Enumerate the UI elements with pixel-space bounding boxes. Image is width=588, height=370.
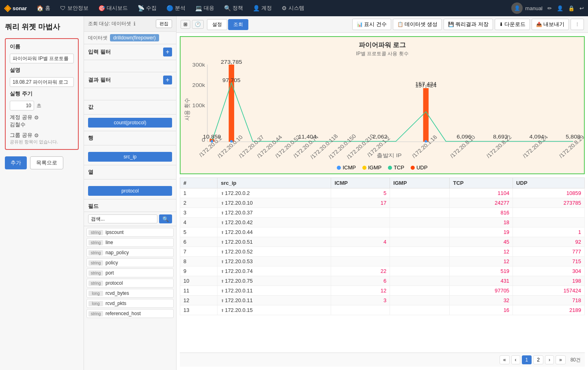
- input-filter-add-button[interactable]: +: [163, 48, 172, 56]
- list-item[interactable]: stringnap_policy: [86, 248, 174, 257]
- nav-system[interactable]: ⚙ 시스템: [278, 3, 308, 13]
- nav-home[interactable]: 🏠 홈: [32, 3, 54, 13]
- cell-ip: ⬆172.20.0.15: [218, 305, 331, 315]
- view-tab[interactable]: 조회: [228, 19, 248, 30]
- table-row[interactable]: 13 ⬆172.20.0.15 16 2189: [180, 305, 585, 315]
- desc-input[interactable]: [10, 77, 74, 87]
- nav-analyze-label: 분석: [175, 4, 185, 12]
- nav-account[interactable]: 👤 계정: [249, 3, 276, 13]
- list-item[interactable]: stringpolicy: [86, 258, 174, 267]
- cell-tcp: 97705: [450, 286, 513, 296]
- cell-num: 8: [180, 257, 218, 266]
- value-button[interactable]: count(protocol): [88, 118, 172, 128]
- cell-ip: ⬆172.20.0.2: [218, 188, 331, 198]
- grid-view-button[interactable]: ⊞: [181, 20, 190, 29]
- nav-collect[interactable]: 📡 수집: [134, 3, 161, 13]
- col-content: protocol: [84, 180, 176, 199]
- wizard-form-section: 이름 설명 실행 주기 초 계정 공유 ⚙ 김철수 그룹 공유: [5, 38, 79, 150]
- cell-icmp: 3: [331, 296, 390, 305]
- lock-icon[interactable]: 🔒: [568, 5, 575, 11]
- legend-tcp: TCP: [388, 164, 404, 171]
- legend-udp-label: UDP: [416, 164, 427, 171]
- nav-dashboard[interactable]: 🎯 대시보드: [94, 3, 132, 13]
- nav-policy[interactable]: 🔍 정책: [220, 3, 247, 13]
- list-item[interactable]: stringline: [86, 238, 174, 247]
- legend-tcp-label: TCP: [394, 164, 404, 171]
- cell-igmp: [390, 305, 450, 315]
- table-row[interactable]: 7 ⬆172.20.0.52 12 777: [180, 247, 585, 257]
- table-row[interactable]: 5 ⬆172.20.0.44 19 1: [180, 227, 585, 237]
- svg-text:97,705: 97,705: [222, 78, 241, 83]
- account-share-gear-icon[interactable]: ⚙: [34, 115, 39, 121]
- list-item[interactable]: longrcvd_pkts: [86, 299, 174, 308]
- table-row[interactable]: 9 ⬆172.20.0.74 22 519 304: [180, 266, 585, 276]
- info-icon[interactable]: ℹ: [134, 21, 136, 27]
- group-share-label: 그룹 공유: [10, 132, 32, 139]
- result-filter-add-button[interactable]: +: [163, 76, 172, 84]
- nav-collect-label: 수집: [146, 4, 157, 12]
- logout-icon[interactable]: ↩: [579, 5, 584, 11]
- name-input[interactable]: [10, 54, 74, 63]
- person-icon[interactable]: 👤: [557, 5, 563, 11]
- cell-ip: ⬆172.20.0.75: [218, 276, 331, 286]
- table-row[interactable]: 10 ⬆172.20.0.75 6 431 198: [180, 276, 585, 286]
- last-page-button[interactable]: »: [556, 355, 566, 364]
- table-row[interactable]: 2 ⬆172.20.0.10 17 24277 273785: [180, 198, 585, 208]
- export-button[interactable]: 📤 내보내기: [532, 19, 569, 30]
- col-button[interactable]: protocol: [88, 186, 172, 196]
- list-button[interactable]: 목록으로: [30, 156, 63, 169]
- nav-response[interactable]: 💻 대응: [191, 3, 218, 13]
- schedule-row: 초: [10, 101, 74, 110]
- fields-search-button[interactable]: 🔍: [159, 214, 172, 223]
- table-row[interactable]: 6 ⬆172.20.0.51 4 45 92: [180, 237, 585, 247]
- display-count-button[interactable]: 📊 표시 건수: [352, 19, 391, 30]
- cell-tcp: 519: [450, 266, 513, 276]
- nav-policy-label: 정책: [233, 4, 243, 12]
- clock-button[interactable]: 🕐: [192, 20, 204, 29]
- table-row[interactable]: 12 ⬆172.20.0.11 3 32 718: [180, 296, 585, 305]
- create-dataset-button[interactable]: 📋 데이터셋 생성: [393, 19, 442, 30]
- list-item[interactable]: stringprotocol: [86, 279, 174, 288]
- response-icon: 💻: [195, 5, 202, 11]
- table-row[interactable]: 1 ⬆172.20.0.2 5 1104 10859: [180, 188, 585, 198]
- cell-ip: ⬆172.20.0.42: [218, 218, 331, 227]
- edit-icon[interactable]: ✏: [547, 5, 552, 11]
- nav-analyze[interactable]: 🔵 분석: [162, 3, 190, 13]
- table-row[interactable]: 11 ⬆172.20.0.11 12 97705 157424: [180, 286, 585, 296]
- table-scroll[interactable]: # src_ip ICMP IGMP TCP UDP 1 ⬆172.20.0.2…: [180, 177, 585, 353]
- prev-page-button[interactable]: ‹: [511, 355, 520, 364]
- cell-icmp: [331, 208, 390, 218]
- nav-security[interactable]: 🛡 보안정보: [56, 3, 93, 13]
- add-button[interactable]: 추가: [5, 156, 27, 169]
- page-1-button[interactable]: 1: [522, 355, 532, 364]
- list-item[interactable]: stringipscount: [86, 228, 174, 237]
- cell-icmp: 17: [331, 198, 390, 208]
- save-query-label: 쿼리결과 저장: [455, 21, 489, 28]
- cell-igmp: [390, 286, 450, 296]
- list-item[interactable]: stringreferenced_host: [86, 309, 174, 318]
- save-query-button[interactable]: 💾 쿼리결과 저장: [444, 19, 493, 30]
- schedule-input[interactable]: [10, 101, 34, 110]
- table-row[interactable]: 8 ⬆172.20.0.53 12 715: [180, 257, 585, 266]
- cell-icmp: 5: [331, 188, 390, 198]
- svg-text:100k: 100k: [192, 103, 205, 108]
- list-item[interactable]: stringport: [86, 268, 174, 277]
- more-button[interactable]: ⋮: [571, 19, 584, 30]
- download-label: 다운로드: [504, 21, 526, 28]
- settings-tab[interactable]: 설정: [207, 19, 227, 30]
- next-page-button[interactable]: ›: [545, 355, 554, 364]
- edit-button[interactable]: 편집: [156, 19, 172, 28]
- table-row[interactable]: 4 ⬆172.20.0.42 18: [180, 218, 585, 227]
- first-page-button[interactable]: «: [500, 355, 510, 364]
- chart-title: 파이어파워 로그: [185, 41, 580, 50]
- cell-icmp: [331, 305, 390, 315]
- analyze-icon: 🔵: [166, 5, 173, 11]
- group-share-gear-icon[interactable]: ⚙: [34, 132, 39, 138]
- fields-search-input[interactable]: [88, 214, 157, 223]
- page-2-button[interactable]: 2: [533, 355, 543, 364]
- nav-account-label: 계정: [261, 4, 272, 12]
- row-button[interactable]: src_ip: [88, 152, 172, 162]
- table-row[interactable]: 3 ⬆172.20.0.37 816: [180, 208, 585, 218]
- download-button[interactable]: ⬇ 다운로드: [495, 19, 530, 30]
- list-item[interactable]: longrcvd_bytes: [86, 289, 174, 298]
